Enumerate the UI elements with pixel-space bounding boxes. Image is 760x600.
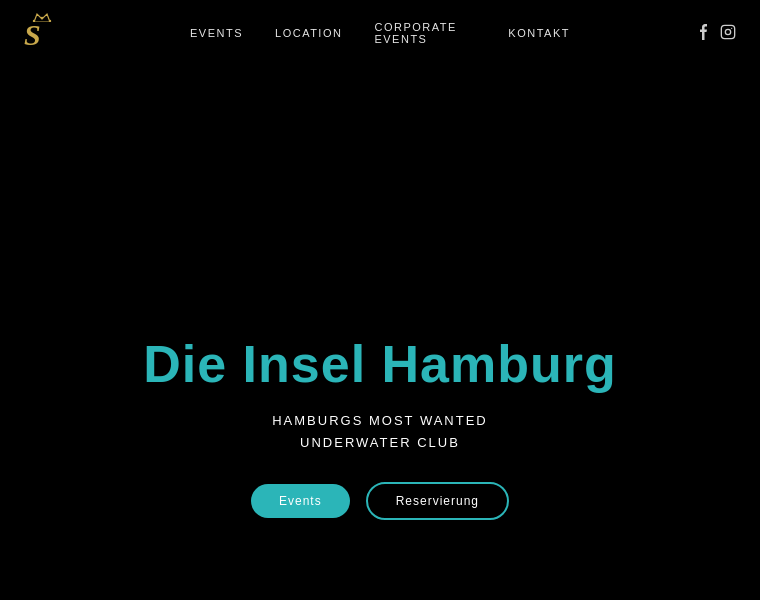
svg-point-2 (41, 17, 43, 19)
events-button[interactable]: Events (251, 484, 350, 518)
svg-point-5 (725, 29, 730, 34)
logo-letter: S (24, 20, 60, 50)
crown-icon (32, 12, 52, 22)
hero-section: Die Insel Hamburg HAMBURGS MOST WANTED U… (0, 0, 760, 600)
nav-item-events[interactable]: EVENTS (190, 27, 243, 39)
facebook-icon[interactable] (699, 24, 708, 43)
svg-rect-4 (721, 25, 734, 38)
main-nav: EVENTS LOCATION CORPORATE EVENTS KONTAKT (190, 21, 570, 45)
instagram-icon[interactable] (720, 24, 736, 43)
hero-subtitle: HAMBURGS MOST WANTED UNDERWATER CLUB (272, 410, 488, 454)
social-icons (699, 24, 736, 43)
reservierung-button[interactable]: Reservierung (366, 482, 509, 520)
hero-title: Die Insel Hamburg (143, 334, 617, 394)
header: S EVENTS LOCATION CORPORATE EVENTS KONTA… (0, 0, 760, 66)
nav-item-corporate-events[interactable]: CORPORATE EVENTS (374, 21, 476, 45)
hero-subtitle-line2: UNDERWATER CLUB (300, 435, 460, 450)
hero-buttons: Events Reservierung (251, 482, 509, 520)
hero-subtitle-line1: HAMBURGS MOST WANTED (272, 413, 488, 428)
logo[interactable]: S (24, 12, 74, 54)
nav-item-location[interactable]: LOCATION (275, 27, 342, 39)
nav-item-kontakt[interactable]: KONTAKT (508, 27, 570, 39)
svg-point-6 (731, 27, 732, 28)
